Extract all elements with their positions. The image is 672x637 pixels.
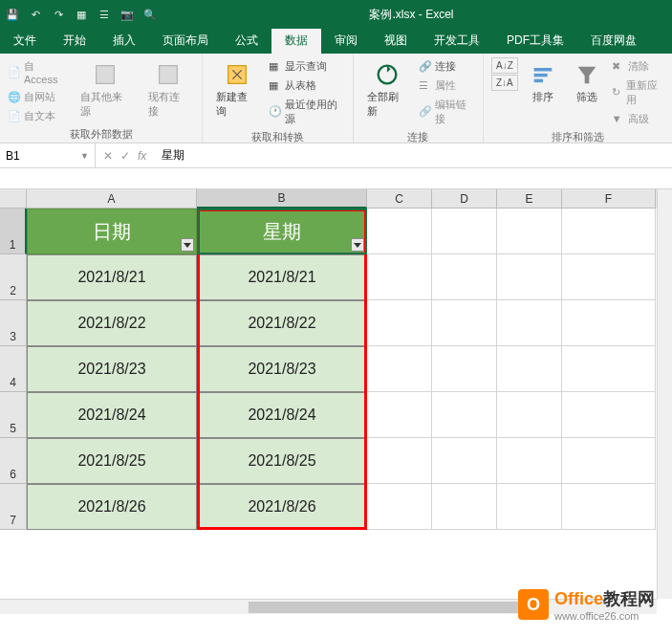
table-cell[interactable]: 2021/8/21 xyxy=(27,254,197,300)
col-header-b[interactable]: B xyxy=(197,189,367,209)
cell[interactable] xyxy=(497,438,562,484)
from-text-button[interactable]: 📄自文本 xyxy=(8,107,69,125)
new-query-button[interactable]: 新建查询 xyxy=(210,57,262,122)
cell[interactable] xyxy=(497,254,562,300)
table-cell[interactable]: 2021/8/24 xyxy=(197,392,367,438)
tab-formulas[interactable]: 公式 xyxy=(222,29,271,54)
tab-developer[interactable]: 开发工具 xyxy=(421,29,493,54)
from-access-button[interactable]: 📄自 Access xyxy=(8,57,69,87)
table-header-a[interactable]: 日期 xyxy=(27,209,197,254)
qat-icon-1[interactable]: ▦ xyxy=(75,8,88,21)
cell[interactable] xyxy=(562,484,656,530)
cell[interactable] xyxy=(432,209,497,254)
table-header-b[interactable]: 星期 xyxy=(197,209,367,254)
cell[interactable] xyxy=(367,484,432,530)
cell[interactable] xyxy=(497,346,562,392)
cell[interactable] xyxy=(562,392,656,438)
formula-bar[interactable]: 星期 xyxy=(154,147,672,164)
name-box[interactable]: B1 ▼ xyxy=(0,143,96,167)
edit-links-button[interactable]: 🔗编辑链接 xyxy=(419,96,475,128)
cell[interactable] xyxy=(367,346,432,392)
reapply-button[interactable]: ↻重新应用 xyxy=(612,77,664,109)
scrollbar-thumb[interactable] xyxy=(249,602,535,613)
row-header-4[interactable]: 4 xyxy=(0,346,27,392)
cell[interactable] xyxy=(562,300,656,346)
col-header-e[interactable]: E xyxy=(497,189,562,209)
tab-review[interactable]: 审阅 xyxy=(321,29,371,54)
cell[interactable] xyxy=(432,392,497,438)
show-queries-button[interactable]: ▦显示查询 xyxy=(269,57,345,76)
col-header-d[interactable]: D xyxy=(432,189,497,209)
table-cell[interactable]: 2021/8/23 xyxy=(27,346,197,392)
row-header-5[interactable]: 5 xyxy=(0,392,27,438)
table-cell[interactable]: 2021/8/26 xyxy=(27,484,197,530)
table-cell[interactable]: 2021/8/23 xyxy=(197,346,367,392)
advanced-filter-button[interactable]: ▼高级 xyxy=(612,110,664,128)
cell[interactable] xyxy=(367,438,432,484)
cell[interactable] xyxy=(367,392,432,438)
tab-layout[interactable]: 页面布局 xyxy=(149,29,222,54)
cell[interactable] xyxy=(562,254,656,300)
table-cell[interactable]: 2021/8/25 xyxy=(197,438,367,484)
cell[interactable] xyxy=(562,346,656,392)
table-cell[interactable]: 2021/8/21 xyxy=(197,254,367,300)
cell[interactable] xyxy=(432,254,497,300)
row-header-7[interactable]: 7 xyxy=(0,484,27,530)
camera-icon[interactable]: 📷 xyxy=(120,8,134,21)
table-cell[interactable]: 2021/8/22 xyxy=(197,300,367,346)
cell[interactable] xyxy=(432,484,497,530)
clear-filter-button[interactable]: ✖清除 xyxy=(612,57,664,76)
col-header-c[interactable]: C xyxy=(367,189,432,209)
cell[interactable] xyxy=(367,209,432,254)
from-web-button[interactable]: 🌐自网站 xyxy=(8,88,69,106)
cancel-icon[interactable]: ✕ xyxy=(103,149,113,163)
cell[interactable] xyxy=(497,484,562,530)
tab-pdf[interactable]: PDF工具集 xyxy=(493,29,577,54)
qat-icon-2[interactable]: ☰ xyxy=(98,8,111,21)
filter-dropdown-b[interactable] xyxy=(351,238,364,252)
col-header-f[interactable]: F xyxy=(562,189,656,209)
tab-home[interactable]: 开始 xyxy=(50,29,99,54)
cell[interactable] xyxy=(367,254,432,300)
connections-button[interactable]: 🔗连接 xyxy=(419,57,475,76)
row-header-1[interactable]: 1 xyxy=(0,209,27,254)
sort-button[interactable]: 排序 xyxy=(524,57,562,108)
tab-baidu[interactable]: 百度网盘 xyxy=(577,29,650,54)
table-cell[interactable]: 2021/8/22 xyxy=(27,300,197,346)
from-table-button[interactable]: ▦从表格 xyxy=(269,77,345,95)
tab-view[interactable]: 视图 xyxy=(371,29,421,54)
table-cell[interactable]: 2021/8/24 xyxy=(27,392,197,438)
save-icon[interactable]: 💾 xyxy=(6,8,19,21)
row-header-3[interactable]: 3 xyxy=(0,300,27,346)
table-cell[interactable]: 2021/8/26 xyxy=(197,484,367,530)
cell[interactable] xyxy=(497,300,562,346)
fx-icon[interactable]: fx xyxy=(138,149,146,163)
tab-file[interactable]: 文件 xyxy=(0,29,50,54)
cell[interactable] xyxy=(432,346,497,392)
row-header-2[interactable]: 2 xyxy=(0,254,27,300)
cell[interactable] xyxy=(432,438,497,484)
filter-button[interactable]: 筛选 xyxy=(568,57,606,108)
vertical-scrollbar[interactable] xyxy=(657,189,672,599)
refresh-all-button[interactable]: 全部刷新 xyxy=(361,57,413,122)
sort-desc-button[interactable]: Z↓A xyxy=(491,75,518,91)
from-other-sources-button[interactable]: 自其他来源 xyxy=(75,57,137,122)
tab-data[interactable]: 数据 xyxy=(271,29,321,54)
confirm-icon[interactable]: ✓ xyxy=(120,149,130,163)
undo-icon[interactable]: ↶ xyxy=(29,8,42,21)
select-all-corner[interactable] xyxy=(0,189,27,209)
cell[interactable] xyxy=(562,438,656,484)
preview-icon[interactable]: 🔍 xyxy=(143,8,157,21)
recent-sources-button[interactable]: 🕐最近使用的源 xyxy=(269,96,345,128)
cell[interactable] xyxy=(562,209,656,254)
properties-button[interactable]: ☰属性 xyxy=(419,77,475,95)
chevron-down-icon[interactable]: ▼ xyxy=(80,151,89,161)
table-cell[interactable]: 2021/8/25 xyxy=(27,438,197,484)
sort-asc-button[interactable]: A↓Z xyxy=(491,57,518,74)
redo-icon[interactable]: ↷ xyxy=(52,8,65,21)
col-header-a[interactable]: A xyxy=(27,189,197,209)
cell[interactable] xyxy=(497,392,562,438)
cell[interactable] xyxy=(497,209,562,254)
existing-connections-button[interactable]: 现有连接 xyxy=(142,57,194,122)
cell[interactable] xyxy=(432,300,497,346)
